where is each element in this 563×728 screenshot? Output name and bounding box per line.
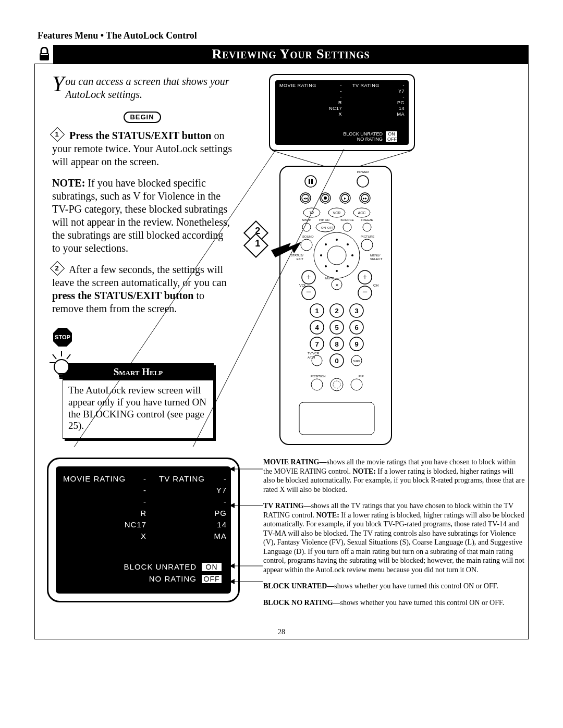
svg-rect-1 xyxy=(41,54,48,55)
intro-text: You can access a screen that shows your … xyxy=(52,75,232,101)
svg-text:−: − xyxy=(306,287,311,297)
def-movie: MOVIE RATING—shows all the movie ratings… xyxy=(263,458,526,494)
svg-text:POSITION: POSITION xyxy=(311,375,326,378)
svg-line-9 xyxy=(272,151,326,167)
svg-point-52 xyxy=(320,254,322,256)
lightbulb-icon xyxy=(47,350,76,382)
svg-point-8 xyxy=(54,360,69,374)
svg-text:2: 2 xyxy=(335,307,338,315)
svg-rect-12 xyxy=(309,179,310,184)
svg-point-53 xyxy=(351,254,353,256)
step-diamond-2: 2 xyxy=(50,261,65,276)
osd-preview-small: MOVIE RATING- - - R NC17 X TV RATING- Y7… xyxy=(269,74,415,151)
svg-text:PIP CH: PIP CH xyxy=(319,218,329,221)
svg-text:TV/VCR: TV/VCR xyxy=(308,352,320,355)
svg-point-40 xyxy=(363,223,371,231)
step-1: 1 Press the STATUS/EXIT button on your r… xyxy=(52,129,232,168)
svg-text:PICTURE: PICTURE xyxy=(361,235,374,238)
svg-text:−: − xyxy=(362,287,368,297)
svg-point-104 xyxy=(331,378,343,391)
svg-text:0: 0 xyxy=(335,357,338,365)
svg-marker-107 xyxy=(271,242,301,257)
begin-marker: BEGIN xyxy=(124,112,161,123)
page-title: Reviewing Your Settings xyxy=(53,45,529,64)
svg-point-49 xyxy=(327,246,346,265)
svg-marker-115 xyxy=(229,579,235,584)
svg-marker-109 xyxy=(229,466,235,472)
svg-text:ON: ON xyxy=(321,226,326,229)
svg-text:7: 7 xyxy=(315,340,319,348)
note-text: NOTE: If you have blocked specific subra… xyxy=(52,177,232,255)
svg-text:1: 1 xyxy=(315,307,319,315)
svg-text:6: 6 xyxy=(354,324,358,331)
smart-help-box: Smart Help The AutoLock review screen wi… xyxy=(63,363,214,439)
arrow-icon xyxy=(271,241,302,262)
smart-help-title: Smart Help xyxy=(63,364,213,380)
svg-point-50 xyxy=(336,239,338,241)
svg-text:4: 4 xyxy=(315,324,319,331)
svg-text:VCR: VCR xyxy=(333,211,341,215)
svg-text:▸▸: ▸▸ xyxy=(363,196,367,201)
svg-text:8: 8 xyxy=(335,340,338,348)
svg-text:FREEZE: FREEZE xyxy=(361,218,373,221)
svg-marker-113 xyxy=(229,563,235,569)
step-2: 2 After a few seconds, the settings will… xyxy=(52,263,232,315)
svg-point-54 xyxy=(325,243,327,245)
svg-text:MENU/: MENU/ xyxy=(370,254,381,257)
svg-text:OFF: OFF xyxy=(327,226,334,229)
svg-text:SURF: SURF xyxy=(353,360,360,363)
lock-icon xyxy=(38,47,51,61)
svg-text:◂◂: ◂◂ xyxy=(303,196,308,201)
def-tv: TV RATING—shows all the TV ratings that … xyxy=(263,501,526,574)
svg-point-14 xyxy=(357,176,369,187)
svg-point-39 xyxy=(343,223,351,231)
def-block-unrated: BLOCK UNRATED—shows whether you have tur… xyxy=(263,582,526,591)
svg-point-11 xyxy=(305,176,316,187)
svg-text:ACC: ACC xyxy=(358,211,366,215)
svg-point-57 xyxy=(347,265,349,267)
svg-point-56 xyxy=(325,265,327,267)
step-diamond-1: 1 xyxy=(50,127,65,142)
svg-text:SOUND: SOUND xyxy=(302,235,314,238)
remote-svg: POWER ◂◂ ▸ ▸▸ TV VCR ACC SWAP PIP CH SOU… xyxy=(280,167,393,446)
svg-rect-13 xyxy=(311,179,313,184)
svg-rect-106 xyxy=(299,402,374,435)
svg-text:+: + xyxy=(306,273,311,281)
svg-text:SELECT: SELECT xyxy=(370,257,383,261)
svg-text:CH: CH xyxy=(373,283,378,287)
svg-point-103 xyxy=(351,379,362,390)
svg-text:9: 9 xyxy=(354,340,358,348)
svg-text:5: 5 xyxy=(335,324,338,331)
svg-point-46 xyxy=(301,239,312,251)
breadcrumb: Features Menu • The AutoLock Control xyxy=(38,30,197,41)
stop-icon: STOP xyxy=(52,327,73,348)
smart-help-body: The AutoLock review screen will appear o… xyxy=(63,380,213,433)
def-block-no-rating: BLOCK NO RATING—shows whether you have t… xyxy=(263,598,526,608)
leader-lines xyxy=(47,453,266,610)
svg-text:POWER: POWER xyxy=(357,170,369,174)
page-number: 28 xyxy=(0,628,563,636)
dropcap: Y xyxy=(52,75,65,94)
svg-text:PIP: PIP xyxy=(359,375,364,378)
svg-text:SOURCE: SOURCE xyxy=(340,218,354,221)
definitions: MOVIE RATING—shows all the movie ratings… xyxy=(263,458,526,614)
svg-point-47 xyxy=(361,239,373,251)
svg-text:STOP: STOP xyxy=(55,334,70,340)
svg-point-51 xyxy=(336,270,338,272)
remote-control: POWER ◂◂ ▸ ▸▸ TV VCR ACC SWAP PIP CH SOU… xyxy=(279,166,392,445)
svg-line-10 xyxy=(358,151,412,167)
svg-text:MUTE: MUTE xyxy=(325,277,334,280)
svg-line-6 xyxy=(67,354,70,359)
svg-text:A/CH: A/CH xyxy=(308,356,315,359)
svg-point-102 xyxy=(311,379,323,390)
svg-line-5 xyxy=(53,354,56,359)
svg-text:▸: ▸ xyxy=(344,196,346,201)
svg-text:VOL: VOL xyxy=(299,283,307,287)
svg-text:SWAP: SWAP xyxy=(302,218,311,221)
svg-text:3: 3 xyxy=(354,307,358,315)
svg-point-25 xyxy=(324,196,327,200)
svg-text:+: + xyxy=(362,273,367,281)
svg-point-38 xyxy=(302,223,311,231)
svg-marker-111 xyxy=(229,503,235,508)
svg-text:✕: ✕ xyxy=(335,283,339,288)
